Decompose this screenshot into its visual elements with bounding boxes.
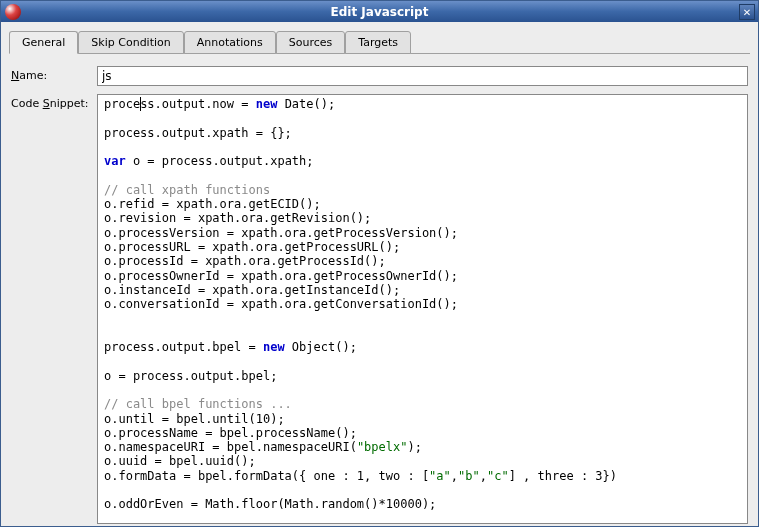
close-icon: ✕ xyxy=(743,7,751,18)
code-content[interactable]: process.output.now = new Date(); process… xyxy=(98,95,747,514)
dialog-window: Edit Javascript ✕ General Skip Condition… xyxy=(0,0,759,527)
close-button[interactable]: ✕ xyxy=(739,4,755,20)
tab-label: Sources xyxy=(289,36,333,49)
app-icon xyxy=(5,4,21,20)
tab-label: Targets xyxy=(358,36,398,49)
tab-label: Annotations xyxy=(197,36,263,49)
window-title: Edit Javascript xyxy=(331,5,429,19)
code-snippet-editor[interactable]: process.output.now = new Date(); process… xyxy=(97,94,748,524)
dialog-content: General Skip Condition Annotations Sourc… xyxy=(1,22,758,526)
tab-skip-condition[interactable]: Skip Condition xyxy=(78,31,183,54)
snippet-label: Code Snippet: xyxy=(11,94,91,110)
tab-sources[interactable]: Sources xyxy=(276,31,346,54)
name-input[interactable] xyxy=(97,66,748,86)
tab-label: General xyxy=(22,36,65,49)
tab-targets[interactable]: Targets xyxy=(345,31,411,54)
tab-bar: General Skip Condition Annotations Sourc… xyxy=(9,30,750,54)
name-label: Name: xyxy=(11,66,91,82)
tab-label: Skip Condition xyxy=(91,36,170,49)
tab-panel-general: Name: Code Snippet: process.output.now =… xyxy=(9,54,750,526)
tab-annotations[interactable]: Annotations xyxy=(184,31,276,54)
titlebar[interactable]: Edit Javascript ✕ xyxy=(1,1,758,22)
tab-general[interactable]: General xyxy=(9,31,78,54)
